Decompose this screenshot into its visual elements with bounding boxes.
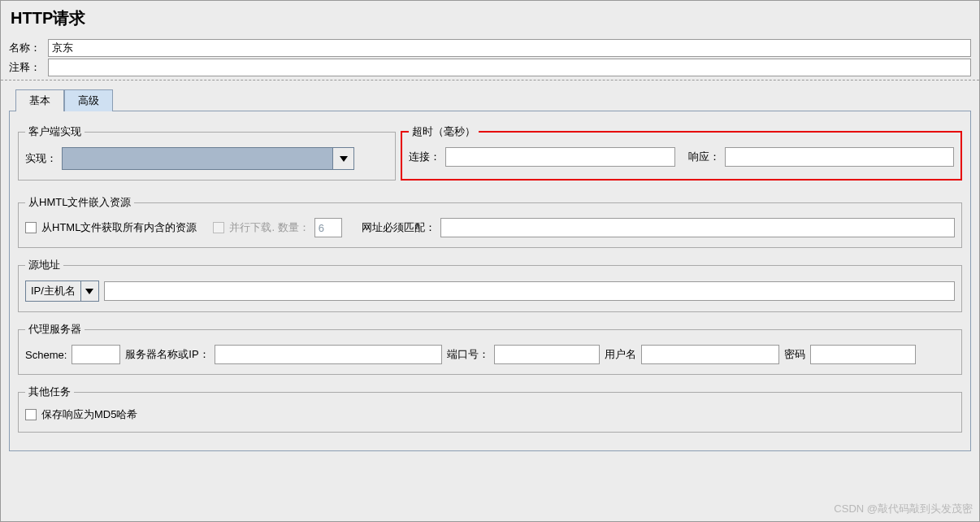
retrieve-checkbox[interactable] [25, 222, 37, 233]
timeout-legend: 超时（毫秒） [409, 124, 479, 139]
tabs: 基本 高级 [15, 89, 979, 111]
chevron-down-icon [340, 156, 348, 162]
client-impl-legend: 客户端实现 [25, 124, 85, 139]
impl-combobox-value [63, 148, 332, 169]
user-label: 用户名 [605, 347, 636, 362]
pass-input[interactable] [810, 345, 916, 364]
advanced-panel: 客户端实现 实现： 超时（毫秒） 连接： 响应： [9, 111, 971, 451]
md5-checkbox[interactable] [25, 409, 37, 420]
timeout-group: 超时（毫秒） 连接： 响应： [401, 124, 962, 181]
name-input[interactable] [48, 39, 971, 57]
other-legend: 其他任务 [25, 385, 74, 399]
match-label: 网址必须匹配： [362, 220, 436, 235]
client-impl-group: 客户端实现 实现： [18, 124, 396, 181]
response-input[interactable] [725, 147, 955, 167]
scheme-label: Scheme: [25, 349, 67, 361]
watermark: CSDN @敲代码敲到头发茂密 [834, 502, 973, 516]
port-label: 端口号： [447, 347, 489, 362]
comment-label: 注释： [9, 60, 48, 75]
proxy-legend: 代理服务器 [25, 322, 85, 337]
server-label: 服务器名称或IP： [125, 347, 209, 362]
panel-title: HTTP请求 [1, 1, 979, 37]
name-row: 名称： [9, 39, 971, 57]
md5-label: 保存响应为MD5哈希 [41, 407, 137, 422]
response-label: 响应： [688, 150, 720, 164]
connect-label: 连接： [409, 150, 440, 164]
source-input[interactable] [104, 281, 955, 301]
parallel-input [314, 218, 342, 237]
parallel-label: 并行下载. 数量： [229, 220, 309, 235]
chevron-down-icon [85, 289, 93, 294]
port-input[interactable] [494, 345, 600, 364]
source-type-button[interactable] [80, 281, 98, 301]
scheme-input[interactable] [72, 345, 120, 364]
parallel-checkbox [213, 222, 224, 233]
impl-combobox[interactable] [62, 147, 354, 170]
source-type-select[interactable]: IP/主机名 [25, 281, 99, 302]
connect-input[interactable] [445, 147, 675, 167]
tab-basic[interactable]: 基本 [15, 89, 64, 111]
match-input[interactable] [440, 218, 955, 237]
pass-label: 密码 [784, 347, 805, 362]
tab-advanced[interactable]: 高级 [64, 89, 113, 111]
source-group: 源地址 IP/主机名 [18, 258, 962, 312]
embed-legend: 从HMTL文件嵌入资源 [25, 195, 134, 210]
retrieve-label: 从HTML文件获取所有内含的资源 [41, 220, 197, 235]
proxy-group: 代理服务器 Scheme: 服务器名称或IP： 端口号： 用户名 密码 [18, 322, 962, 375]
server-input[interactable] [215, 345, 442, 364]
comment-input[interactable] [48, 59, 971, 76]
user-input[interactable] [641, 345, 779, 364]
impl-combobox-button[interactable] [332, 148, 353, 169]
source-type-value: IP/主机名 [26, 281, 80, 301]
embed-group: 从HMTL文件嵌入资源 从HTML文件获取所有内含的资源 并行下载. 数量： 网… [18, 195, 962, 248]
other-group: 其他任务 保存响应为MD5哈希 [18, 385, 962, 433]
source-legend: 源地址 [25, 258, 63, 272]
impl-label: 实现： [25, 151, 57, 166]
http-request-panel: HTTP请求 名称： 注释： 基本 高级 客户端实现 实现： [0, 0, 980, 522]
comment-row: 注释： [9, 59, 971, 76]
name-label: 名称： [9, 41, 48, 55]
separator [1, 80, 979, 80]
